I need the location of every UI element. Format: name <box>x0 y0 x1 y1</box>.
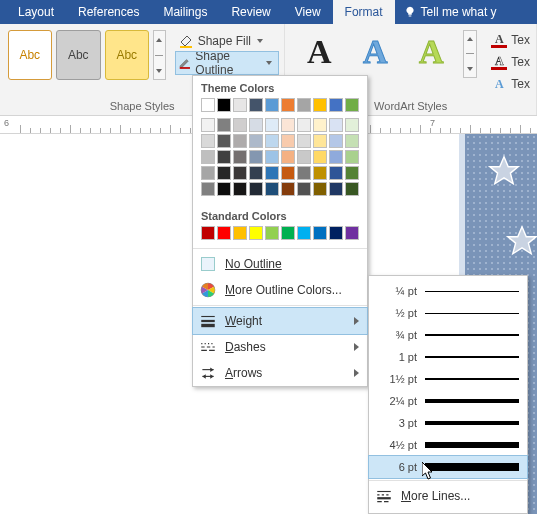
wordart-preview[interactable]: A <box>351 30 399 78</box>
color-swatch[interactable] <box>329 118 343 132</box>
color-swatch[interactable] <box>201 134 215 148</box>
color-swatch[interactable] <box>249 150 263 164</box>
color-swatch[interactable] <box>217 226 231 240</box>
color-swatch[interactable] <box>201 166 215 180</box>
color-swatch[interactable] <box>265 118 279 132</box>
color-swatch[interactable] <box>249 134 263 148</box>
color-swatch[interactable] <box>217 150 231 164</box>
tab-review[interactable]: Review <box>219 0 282 24</box>
tab-layout[interactable]: Layout <box>6 0 66 24</box>
color-swatch[interactable] <box>313 226 327 240</box>
color-swatch[interactable] <box>281 134 295 148</box>
shape-style-preview[interactable]: Abc <box>105 30 149 80</box>
shape-style-gallery-expand[interactable] <box>153 30 166 80</box>
weight-option[interactable]: ¼ pt <box>369 280 527 302</box>
more-outline-colors-item[interactable]: More Outline Colors... <box>193 277 367 303</box>
color-swatch[interactable] <box>265 182 279 196</box>
color-swatch[interactable] <box>345 226 359 240</box>
color-swatch[interactable] <box>201 182 215 196</box>
color-swatch[interactable] <box>217 166 231 180</box>
tab-mailings[interactable]: Mailings <box>151 0 219 24</box>
color-swatch[interactable] <box>281 182 295 196</box>
color-swatch[interactable] <box>201 118 215 132</box>
color-swatch[interactable] <box>345 150 359 164</box>
color-swatch[interactable] <box>297 118 311 132</box>
star-shape[interactable] <box>505 224 537 258</box>
text-outline-button[interactable]: ATex <box>489 52 530 72</box>
color-swatch[interactable] <box>345 166 359 180</box>
color-swatch[interactable] <box>249 182 263 196</box>
star-shape[interactable] <box>487 154 521 188</box>
color-swatch[interactable] <box>249 98 263 112</box>
color-swatch[interactable] <box>345 134 359 148</box>
color-swatch[interactable] <box>265 166 279 180</box>
color-swatch[interactable] <box>329 182 343 196</box>
color-swatch[interactable] <box>297 182 311 196</box>
color-swatch[interactable] <box>265 226 279 240</box>
weight-option[interactable]: 3 pt <box>369 412 527 434</box>
color-swatch[interactable] <box>233 98 247 112</box>
color-swatch[interactable] <box>233 182 247 196</box>
weight-option[interactable]: 1½ pt <box>369 368 527 390</box>
arrows-item[interactable]: Arrows <box>193 360 367 386</box>
weight-option[interactable]: 6 pt <box>369 456 527 478</box>
wordart-gallery-expand[interactable] <box>463 30 477 78</box>
weight-option[interactable]: 2¼ pt <box>369 390 527 412</box>
color-swatch[interactable] <box>217 134 231 148</box>
color-swatch[interactable] <box>281 166 295 180</box>
color-swatch[interactable] <box>329 226 343 240</box>
color-swatch[interactable] <box>233 134 247 148</box>
color-swatch[interactable] <box>233 166 247 180</box>
tab-references[interactable]: References <box>66 0 151 24</box>
color-swatch[interactable] <box>313 150 327 164</box>
color-swatch[interactable] <box>249 166 263 180</box>
color-swatch[interactable] <box>313 134 327 148</box>
wordart-preview[interactable]: A <box>295 30 343 78</box>
color-swatch[interactable] <box>313 182 327 196</box>
color-swatch[interactable] <box>329 134 343 148</box>
color-swatch[interactable] <box>201 226 215 240</box>
color-swatch[interactable] <box>313 98 327 112</box>
shape-style-preview[interactable]: Abc <box>56 30 100 80</box>
color-swatch[interactable] <box>313 118 327 132</box>
color-swatch[interactable] <box>281 150 295 164</box>
color-swatch[interactable] <box>217 182 231 196</box>
color-swatch[interactable] <box>233 118 247 132</box>
color-swatch[interactable] <box>265 150 279 164</box>
color-swatch[interactable] <box>329 98 343 112</box>
color-swatch[interactable] <box>233 150 247 164</box>
no-outline-item[interactable]: No Outline <box>193 251 367 277</box>
color-swatch[interactable] <box>217 98 231 112</box>
color-swatch[interactable] <box>265 134 279 148</box>
shape-style-preview[interactable]: Abc <box>8 30 52 80</box>
weight-item[interactable]: Weight <box>193 308 367 334</box>
tab-format[interactable]: Format <box>333 0 395 24</box>
color-swatch[interactable] <box>201 98 215 112</box>
weight-option[interactable]: ½ pt <box>369 302 527 324</box>
color-swatch[interactable] <box>297 166 311 180</box>
color-swatch[interactable] <box>217 118 231 132</box>
color-swatch[interactable] <box>345 98 359 112</box>
weight-option[interactable]: 1 pt <box>369 346 527 368</box>
dashes-item[interactable]: Dashes <box>193 334 367 360</box>
tell-me-search[interactable]: Tell me what y <box>395 0 537 24</box>
shape-outline-button[interactable]: Shape Outline <box>176 52 279 74</box>
color-swatch[interactable] <box>329 166 343 180</box>
text-fill-button[interactable]: ATex <box>489 30 530 50</box>
color-swatch[interactable] <box>297 134 311 148</box>
color-swatch[interactable] <box>345 118 359 132</box>
text-effects-button[interactable]: ATex <box>489 74 530 94</box>
weight-option[interactable]: 4½ pt <box>369 434 527 456</box>
color-swatch[interactable] <box>281 226 295 240</box>
color-swatch[interactable] <box>249 118 263 132</box>
color-swatch[interactable] <box>281 98 295 112</box>
color-swatch[interactable] <box>265 98 279 112</box>
color-swatch[interactable] <box>201 150 215 164</box>
more-lines-item[interactable]: More Lines... <box>369 483 527 509</box>
color-swatch[interactable] <box>297 226 311 240</box>
color-swatch[interactable] <box>281 118 295 132</box>
weight-option[interactable]: ¾ pt <box>369 324 527 346</box>
color-swatch[interactable] <box>329 150 343 164</box>
color-swatch[interactable] <box>345 182 359 196</box>
color-swatch[interactable] <box>313 166 327 180</box>
